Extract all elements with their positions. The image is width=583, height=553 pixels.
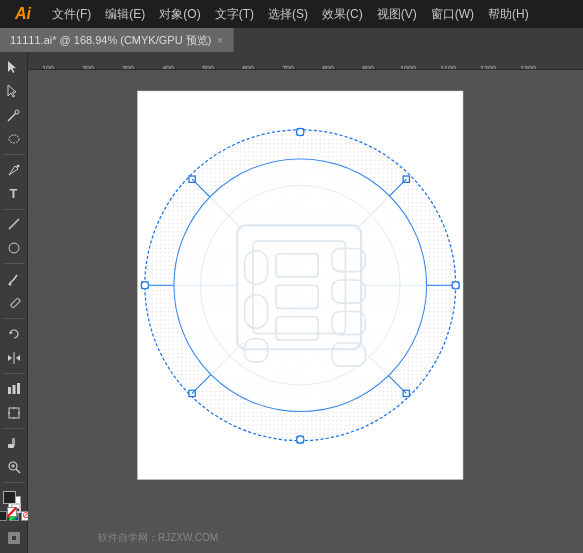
toolbar-divider-3 bbox=[3, 263, 25, 264]
menu-edit[interactable]: 编辑(E) bbox=[99, 4, 151, 25]
toolbar-divider-1 bbox=[3, 154, 25, 155]
tab-label: 11111.ai* @ 168.94% (CMYK/GPU 预览) bbox=[10, 33, 211, 48]
menu-bar: 文件(F) 编辑(E) 对象(O) 文字(T) 选择(S) 效果(C) 视图(V… bbox=[46, 4, 575, 25]
menu-file[interactable]: 文件(F) bbox=[46, 4, 97, 25]
pencil-tool[interactable] bbox=[3, 292, 25, 314]
brush-tool[interactable] bbox=[3, 268, 25, 290]
svg-point-3 bbox=[15, 110, 19, 114]
left-toolbar: T bbox=[0, 52, 28, 553]
menu-type[interactable]: 文字(T) bbox=[209, 4, 260, 25]
menu-select[interactable]: 选择(S) bbox=[262, 4, 314, 25]
menu-view[interactable]: 视图(V) bbox=[371, 4, 423, 25]
watermark: 软件自学网：RJZXW.COM bbox=[98, 531, 218, 545]
direct-select-tool[interactable] bbox=[3, 80, 25, 102]
svg-line-2 bbox=[8, 113, 16, 121]
menu-window[interactable]: 窗口(W) bbox=[425, 4, 480, 25]
ai-logo: Ai bbox=[8, 0, 38, 28]
mirror-tool[interactable] bbox=[3, 347, 25, 369]
toolbar-divider-6 bbox=[3, 428, 25, 429]
svg-marker-12 bbox=[8, 355, 12, 361]
svg-marker-10 bbox=[10, 331, 13, 334]
fill-indicator bbox=[7, 507, 17, 517]
horizontal-ruler: 100 200 300 400 500 600 700 800 900 1000… bbox=[28, 52, 583, 70]
eyedropper-tool[interactable] bbox=[3, 432, 25, 454]
artwork-canvas[interactable] bbox=[28, 70, 583, 553]
type-tool[interactable]: T bbox=[3, 183, 25, 205]
svg-line-6 bbox=[9, 219, 19, 229]
svg-rect-29 bbox=[11, 535, 17, 541]
color-swatches[interactable] bbox=[3, 491, 25, 499]
lasso-tool[interactable] bbox=[3, 128, 25, 150]
menu-object[interactable]: 对象(O) bbox=[153, 4, 206, 25]
svg-rect-15 bbox=[12, 385, 15, 394]
title-bar: Ai 文件(F) 编辑(E) 对象(O) 文字(T) 选择(S) 效果(C) 视… bbox=[0, 0, 583, 28]
ellipse-tool[interactable] bbox=[3, 237, 25, 259]
change-screen-mode[interactable] bbox=[3, 527, 25, 549]
tab-close-button[interactable]: × bbox=[217, 35, 223, 46]
magic-wand-tool[interactable] bbox=[3, 104, 25, 126]
tab-bar: 11111.ai* @ 168.94% (CMYK/GPU 预览) × bbox=[0, 28, 583, 52]
pen-tool[interactable] bbox=[3, 159, 25, 181]
zoom-tool[interactable] bbox=[3, 456, 25, 478]
toolbar-divider-5 bbox=[3, 373, 25, 374]
svg-point-8 bbox=[8, 283, 11, 286]
svg-point-7 bbox=[9, 243, 19, 253]
main-area: T bbox=[0, 52, 583, 553]
menu-help[interactable]: 帮助(H) bbox=[482, 4, 535, 25]
line-tool[interactable] bbox=[3, 213, 25, 235]
ruler-marks: 100 200 300 400 500 600 700 800 900 1000… bbox=[28, 61, 583, 71]
canvas-area[interactable]: 100 200 300 400 500 600 700 800 900 1000… bbox=[28, 52, 583, 553]
svg-marker-0 bbox=[8, 61, 16, 73]
svg-rect-16 bbox=[17, 383, 20, 394]
svg-rect-23 bbox=[12, 438, 15, 446]
rotate-tool[interactable] bbox=[3, 323, 25, 345]
toolbar-divider-7 bbox=[3, 482, 25, 483]
toolbar-divider-2 bbox=[3, 209, 25, 210]
menu-effect[interactable]: 效果(C) bbox=[316, 4, 369, 25]
svg-rect-17 bbox=[9, 408, 19, 418]
document-tab[interactable]: 11111.ai* @ 168.94% (CMYK/GPU 预览) × bbox=[0, 28, 234, 52]
select-tool[interactable] bbox=[3, 56, 25, 78]
stroke-fill-indicators bbox=[3, 501, 25, 507]
svg-line-25 bbox=[16, 469, 20, 473]
svg-point-5 bbox=[16, 164, 19, 167]
svg-marker-1 bbox=[8, 85, 16, 97]
toolbar-divider-4 bbox=[3, 318, 25, 319]
svg-rect-9 bbox=[10, 298, 20, 308]
svg-point-93 bbox=[174, 159, 426, 411]
svg-marker-13 bbox=[16, 355, 20, 361]
artboard-tool[interactable] bbox=[3, 402, 25, 424]
graph-tool[interactable] bbox=[3, 378, 25, 400]
svg-rect-14 bbox=[8, 387, 11, 394]
bottom-toolbar-icons bbox=[3, 527, 25, 549]
svg-point-4 bbox=[9, 135, 19, 143]
